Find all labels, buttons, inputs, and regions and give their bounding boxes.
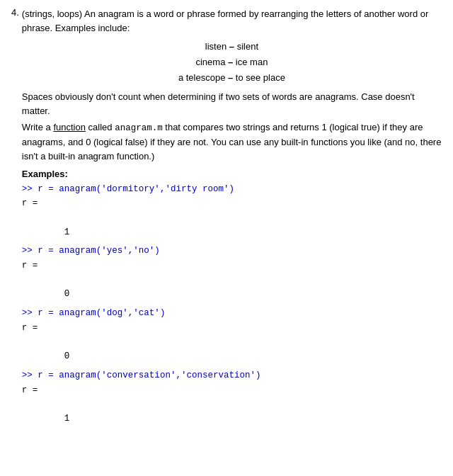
result-label-2: r = [22, 259, 442, 273]
example-3-right: to see place [236, 72, 285, 83]
result-label-4: r = [22, 384, 442, 397]
example-1-right: silent [237, 41, 258, 52]
command-1: >> r = anagram('dormitory','dirty room') [22, 183, 442, 196]
example-3-dash: – [228, 72, 236, 83]
example-1-left: listen [205, 41, 226, 52]
code-example-1: >> r = anagram('dormitory','dirty room')… [22, 183, 442, 239]
note1: Spaces obviously don't count when determ… [22, 90, 442, 118]
command-3: >> r = anagram('dog','cat') [22, 307, 442, 320]
example-2: cinema – ice man [22, 55, 442, 70]
example-3-left: a telescope [178, 72, 226, 83]
example-2-dash: – [228, 57, 236, 67]
note2-prefix: Write a [22, 122, 54, 132]
note2-middle: called [86, 122, 115, 132]
note2-function: function [53, 122, 86, 132]
command-2: >> r = anagram('yes','no') [22, 244, 442, 258]
example-1: listen – silent [22, 39, 442, 55]
code-example-2: >> r = anagram('yes','no') r = 0 [22, 244, 442, 301]
example-1-dash: – [229, 41, 237, 52]
problem-number: 4. [11, 7, 19, 18]
note2-code: anagram.m [115, 123, 163, 133]
result-value-4: 1 [64, 412, 442, 426]
problem-intro: (strings, loops) An anagram is a word or… [22, 8, 428, 33]
problem-container: 4. (strings, loops) An anagram is a word… [11, 7, 442, 431]
examples-label: Examples: [22, 167, 442, 181]
result-value-1: 1 [64, 226, 442, 239]
result-value-3: 0 [64, 350, 442, 363]
command-4: >> r = anagram('conversation','conservat… [22, 369, 442, 382]
example-2-right: ice man [236, 57, 268, 67]
example-2-left: cinema [195, 57, 225, 67]
result-value-2: 0 [64, 288, 442, 301]
result-label-3: r = [22, 322, 442, 335]
result-label-1: r = [22, 197, 442, 210]
center-examples: listen – silent cinema – ice man a teles… [22, 39, 442, 86]
code-example-3: >> r = anagram('dog','cat') r = 0 [22, 307, 442, 363]
note2: Write a function called anagram.m that c… [22, 120, 442, 163]
code-example-4: >> r = anagram('conversation','conservat… [22, 369, 442, 426]
example-3: a telescope – to see place [22, 70, 442, 86]
